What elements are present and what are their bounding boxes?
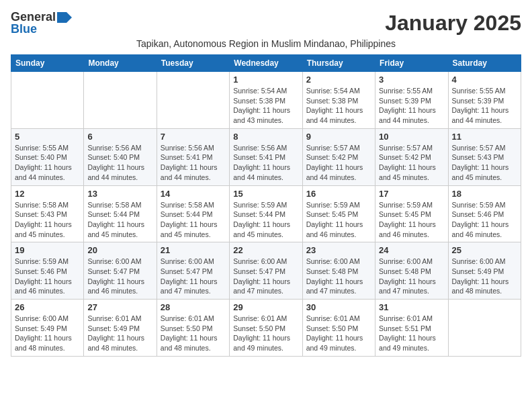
calendar-cell: 11Sunrise: 5:57 AM Sunset: 5:43 PM Dayli… [448,128,521,185]
calendar-cell: 24Sunrise: 6:00 AM Sunset: 5:48 PM Dayli… [375,242,448,300]
day-number: 6 [87,132,152,142]
calendar-cell: 17Sunrise: 5:59 AM Sunset: 5:45 PM Dayli… [375,185,448,242]
calendar-cell: 3Sunrise: 5:55 AM Sunset: 5:39 PM Daylig… [375,72,448,129]
day-info: Sunrise: 5:54 AM Sunset: 5:38 PM Dayligh… [306,86,371,126]
logo-blue: Blue [11,23,37,35]
day-info: Sunrise: 5:58 AM Sunset: 5:44 PM Dayligh… [161,200,226,240]
day-info: Sunrise: 6:01 AM Sunset: 5:50 PM Dayligh… [161,314,226,353]
day-number: 16 [306,189,371,199]
day-number: 5 [15,132,80,142]
month-title: January 2025 [385,11,521,36]
calendar-cell: 23Sunrise: 6:00 AM Sunset: 5:48 PM Dayli… [302,242,375,300]
day-info: Sunrise: 5:56 AM Sunset: 5:40 PM Dayligh… [87,143,152,183]
logo-general: General [11,11,56,23]
day-number: 27 [87,302,152,312]
calendar-cell [84,72,157,129]
calendar-cell: 30Sunrise: 6:01 AM Sunset: 5:50 PM Dayli… [302,300,375,357]
day-info: Sunrise: 6:00 AM Sunset: 5:47 PM Dayligh… [87,257,152,296]
calendar-cell: 20Sunrise: 6:00 AM Sunset: 5:47 PM Dayli… [84,242,157,300]
day-info: Sunrise: 6:00 AM Sunset: 5:49 PM Dayligh… [15,314,80,353]
day-number: 26 [15,302,80,312]
weekday-header: Sunday [11,55,84,72]
subtitle: Tapikan, Autonomous Region in Muslim Min… [11,38,521,49]
day-number: 15 [233,189,298,199]
calendar-cell: 12Sunrise: 5:58 AM Sunset: 5:43 PM Dayli… [11,185,84,242]
day-info: Sunrise: 6:00 AM Sunset: 5:47 PM Dayligh… [161,257,226,296]
calendar-cell: 22Sunrise: 6:00 AM Sunset: 5:47 PM Dayli… [230,242,302,300]
day-number: 3 [379,75,444,85]
day-info: Sunrise: 6:00 AM Sunset: 5:48 PM Dayligh… [379,257,444,296]
calendar-header-row: SundayMondayTuesdayWednesdayThursdayFrid… [11,55,521,72]
day-number: 8 [233,132,298,142]
calendar-cell [157,72,229,129]
calendar-week-row: 26Sunrise: 6:00 AM Sunset: 5:49 PM Dayli… [11,300,521,357]
day-number: 4 [452,75,517,85]
day-info: Sunrise: 5:56 AM Sunset: 5:41 PM Dayligh… [161,143,226,183]
calendar-cell: 6Sunrise: 5:56 AM Sunset: 5:40 PM Daylig… [84,128,157,185]
weekday-header: Friday [375,55,448,72]
weekday-header: Thursday [302,55,375,72]
day-number: 18 [452,189,517,199]
day-number: 28 [161,302,226,312]
day-number: 24 [379,245,444,255]
day-info: Sunrise: 6:00 AM Sunset: 5:47 PM Dayligh… [233,257,298,296]
day-info: Sunrise: 5:58 AM Sunset: 5:44 PM Dayligh… [87,200,152,240]
weekday-header: Tuesday [157,55,229,72]
day-info: Sunrise: 6:01 AM Sunset: 5:50 PM Dayligh… [233,314,298,353]
calendar-cell [448,300,521,357]
day-info: Sunrise: 5:58 AM Sunset: 5:43 PM Dayligh… [15,200,80,240]
calendar-cell: 14Sunrise: 5:58 AM Sunset: 5:44 PM Dayli… [157,185,229,242]
day-info: Sunrise: 5:55 AM Sunset: 5:39 PM Dayligh… [452,86,517,126]
day-number: 11 [452,132,517,142]
day-info: Sunrise: 5:55 AM Sunset: 5:40 PM Dayligh… [15,143,80,183]
day-number: 23 [306,245,371,255]
day-number: 9 [306,132,371,142]
calendar-cell: 27Sunrise: 6:01 AM Sunset: 5:49 PM Dayli… [84,300,157,357]
calendar-cell: 1Sunrise: 5:54 AM Sunset: 5:38 PM Daylig… [230,72,302,129]
calendar-cell: 16Sunrise: 5:59 AM Sunset: 5:45 PM Dayli… [302,185,375,242]
calendar-cell: 8Sunrise: 5:56 AM Sunset: 5:41 PM Daylig… [230,128,302,185]
day-number: 1 [233,75,298,85]
calendar-cell: 19Sunrise: 5:59 AM Sunset: 5:46 PM Dayli… [11,242,84,300]
calendar-cell: 2Sunrise: 5:54 AM Sunset: 5:38 PM Daylig… [302,72,375,129]
calendar-cell: 21Sunrise: 6:00 AM Sunset: 5:47 PM Dayli… [157,242,229,300]
day-info: Sunrise: 5:55 AM Sunset: 5:39 PM Dayligh… [379,86,444,126]
day-number: 2 [306,75,371,85]
day-number: 29 [233,302,298,312]
day-number: 12 [15,189,80,199]
day-number: 20 [87,245,152,255]
day-number: 13 [87,189,152,199]
day-info: Sunrise: 5:57 AM Sunset: 5:43 PM Dayligh… [452,143,517,183]
calendar-table: SundayMondayTuesdayWednesdayThursdayFrid… [11,54,521,357]
weekday-header: Saturday [448,55,521,72]
calendar-cell: 4Sunrise: 5:55 AM Sunset: 5:39 PM Daylig… [448,72,521,129]
calendar-cell: 29Sunrise: 6:01 AM Sunset: 5:50 PM Dayli… [230,300,302,357]
calendar-week-row: 12Sunrise: 5:58 AM Sunset: 5:43 PM Dayli… [11,185,521,242]
calendar-week-row: 1Sunrise: 5:54 AM Sunset: 5:38 PM Daylig… [11,72,521,129]
day-info: Sunrise: 6:00 AM Sunset: 5:49 PM Dayligh… [452,257,517,296]
calendar-cell: 9Sunrise: 5:57 AM Sunset: 5:42 PM Daylig… [302,128,375,185]
day-number: 25 [452,245,517,255]
day-info: Sunrise: 5:59 AM Sunset: 5:44 PM Dayligh… [233,200,298,240]
day-number: 17 [379,189,444,199]
day-number: 10 [379,132,444,142]
day-number: 30 [306,302,371,312]
svg-marker-0 [57,12,72,23]
calendar-week-row: 19Sunrise: 5:59 AM Sunset: 5:46 PM Dayli… [11,242,521,300]
calendar-cell [11,72,84,129]
day-info: Sunrise: 6:01 AM Sunset: 5:49 PM Dayligh… [87,314,152,353]
calendar-cell: 10Sunrise: 5:57 AM Sunset: 5:42 PM Dayli… [375,128,448,185]
calendar-cell: 7Sunrise: 5:56 AM Sunset: 5:41 PM Daylig… [157,128,229,185]
day-number: 19 [15,245,80,255]
day-info: Sunrise: 5:59 AM Sunset: 5:46 PM Dayligh… [15,257,80,296]
calendar-cell: 31Sunrise: 6:01 AM Sunset: 5:51 PM Dayli… [375,300,448,357]
day-number: 21 [161,245,226,255]
day-info: Sunrise: 5:59 AM Sunset: 5:45 PM Dayligh… [306,200,371,240]
day-info: Sunrise: 5:56 AM Sunset: 5:41 PM Dayligh… [233,143,298,183]
weekday-header: Monday [84,55,157,72]
calendar-cell: 5Sunrise: 5:55 AM Sunset: 5:40 PM Daylig… [11,128,84,185]
weekday-header: Wednesday [230,55,302,72]
day-number: 14 [161,189,226,199]
calendar-cell: 28Sunrise: 6:01 AM Sunset: 5:50 PM Dayli… [157,300,229,357]
calendar-week-row: 5Sunrise: 5:55 AM Sunset: 5:40 PM Daylig… [11,128,521,185]
